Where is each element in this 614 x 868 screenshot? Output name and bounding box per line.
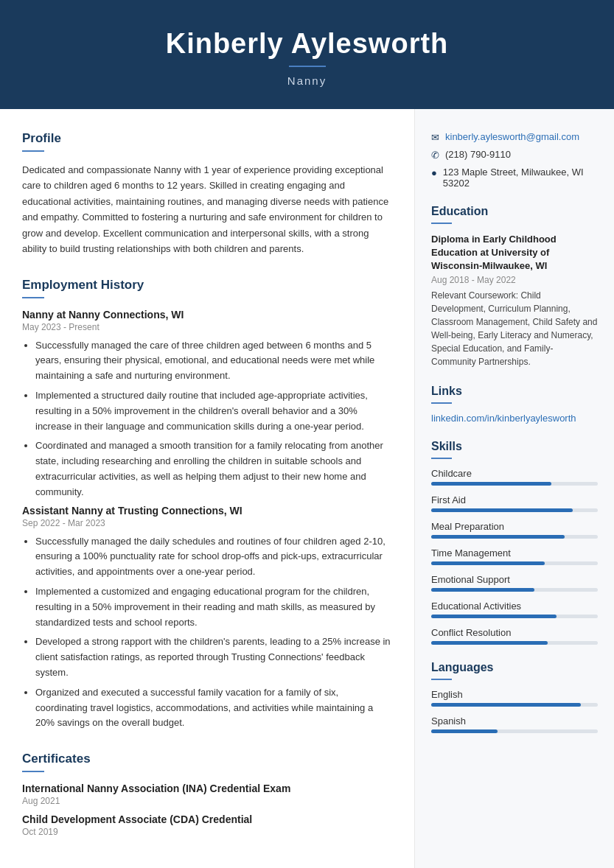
job-1-bullets: Successfully managed the care of three c… <box>22 338 392 500</box>
skill-item-1: First Aid <box>431 494 598 512</box>
job-2-bullets: Successfully managed the daily schedules… <box>22 534 392 732</box>
languages-list: English Spanish <box>431 689 598 733</box>
education-section-title: Education <box>431 205 598 218</box>
skill-bar-fill-6 <box>431 641 548 645</box>
lang-label-0: English <box>431 689 598 700</box>
contact-address-item: ● 123 Maple Street, Milwaukee, WI 53202 <box>431 167 598 189</box>
phone-icon: ✆ <box>431 150 439 161</box>
job-1-dates: May 2023 - Present <box>22 322 392 332</box>
location-icon: ● <box>431 167 437 178</box>
lang-bar-bg-1 <box>431 729 598 733</box>
lang-bar-fill-1 <box>431 729 498 733</box>
languages-section-title: Languages <box>431 661 598 674</box>
job-2-bullet-3: Developed a strong rapport with the chil… <box>35 634 392 680</box>
cert-2-title: Child Development Associate (CDA) Creden… <box>22 813 392 825</box>
links-section-title: Links <box>431 385 598 398</box>
links-section: Links linkedin.com/in/kinberlyaylesworth <box>431 385 598 424</box>
lang-bar-fill-0 <box>431 703 581 707</box>
skill-label-1: First Aid <box>431 494 598 505</box>
skill-item-0: Childcare <box>431 468 598 486</box>
email-icon: ✉ <box>431 132 439 143</box>
lang-bar-bg-0 <box>431 703 598 707</box>
cert-1: International Nanny Association (INA) Cr… <box>22 783 392 806</box>
profile-section: Profile Dedicated and compassionate Nann… <box>22 131 392 257</box>
skills-section: Skills Childcare First Aid Meal Preparat… <box>431 440 598 645</box>
skill-bar-fill-1 <box>431 508 573 512</box>
profile-text: Dedicated and compassionate Nanny with 1… <box>22 162 392 257</box>
job-1: Nanny at Nanny Connections, WI May 2023 … <box>22 309 392 500</box>
linkedin-link[interactable]: linkedin.com/in/kinberlyaylesworth <box>431 413 576 424</box>
left-column: Profile Dedicated and compassionate Nann… <box>0 109 415 868</box>
contact-phone-item: ✆ (218) 790-9110 <box>431 149 598 161</box>
job-2-bullet-2: Implemented a customized and engaging ed… <box>35 584 392 630</box>
job-2: Assistant Nanny at Trusting Connections,… <box>22 505 392 732</box>
skill-bar-bg-2 <box>431 535 598 539</box>
skills-section-title: Skills <box>431 440 598 453</box>
skills-divider <box>431 458 452 459</box>
job-1-bullet-3: Coordinated and managed a smooth transit… <box>35 438 392 500</box>
skill-label-4: Emotional Support <box>431 574 598 585</box>
skill-bar-bg-0 <box>431 482 598 486</box>
languages-divider <box>431 679 452 680</box>
employment-section: Employment History Nanny at Nanny Connec… <box>22 278 392 732</box>
edu-degree: Diploma in Early Childhood Education at … <box>431 233 598 273</box>
skill-bar-bg-3 <box>431 561 598 565</box>
skill-item-3: Time Management <box>431 547 598 565</box>
skill-bar-bg-6 <box>431 641 598 645</box>
employment-section-title: Employment History <box>22 278 392 293</box>
candidate-title: Nanny <box>15 74 599 87</box>
employment-divider <box>22 297 44 298</box>
skill-label-6: Conflict Resolution <box>431 627 598 638</box>
skill-bar-bg-1 <box>431 508 598 512</box>
edu-desc: Relevant Coursework: Child Development, … <box>431 289 598 368</box>
job-2-bullet-4: Organized and executed a successful fami… <box>35 685 392 731</box>
job-1-bullet-1: Successfully managed the care of three c… <box>35 338 392 384</box>
edu-dates: Aug 2018 - May 2022 <box>431 275 598 285</box>
job-1-title: Nanny at Nanny Connections, WI <box>22 309 392 321</box>
skill-bar-fill-4 <box>431 588 534 592</box>
right-column: ✉ kinberly.aylesworth@gmail.com ✆ (218) … <box>415 109 614 868</box>
header: Kinberly Aylesworth Nanny <box>0 0 614 109</box>
education-section: Education Diploma in Early Childhood Edu… <box>431 205 598 368</box>
skill-bar-bg-4 <box>431 588 598 592</box>
skills-list: Childcare First Aid Meal Preparation Tim… <box>431 468 598 645</box>
contact-phone: (218) 790-9110 <box>445 149 511 160</box>
contact-section: ✉ kinberly.aylesworth@gmail.com ✆ (218) … <box>431 131 598 189</box>
job-2-bullet-1: Successfully managed the daily schedules… <box>35 534 392 580</box>
lang-label-1: Spanish <box>431 715 598 727</box>
cert-1-date: Aug 2021 <box>22 796 392 806</box>
job-2-title: Assistant Nanny at Trusting Connections,… <box>22 505 392 517</box>
certificates-section-title: Certificates <box>22 752 392 766</box>
header-divider <box>289 66 326 67</box>
cert-2-date: Oct 2019 <box>22 827 392 837</box>
skill-label-5: Educational Activities <box>431 601 598 612</box>
contact-email-item: ✉ kinberly.aylesworth@gmail.com <box>431 131 598 143</box>
skill-bar-bg-5 <box>431 615 598 618</box>
skill-label-3: Time Management <box>431 547 598 559</box>
contact-address: 123 Maple Street, Milwaukee, WI 53202 <box>443 167 598 189</box>
cert-2: Child Development Associate (CDA) Creden… <box>22 813 392 837</box>
skill-label-0: Childcare <box>431 468 598 479</box>
job-1-bullet-2: Implemented a structured daily routine t… <box>35 388 392 434</box>
body: Profile Dedicated and compassionate Nann… <box>0 109 614 868</box>
resume: Kinberly Aylesworth Nanny Profile Dedica… <box>0 0 614 868</box>
lang-item-1: Spanish <box>431 715 598 733</box>
skill-item-5: Educational Activities <box>431 601 598 618</box>
languages-section: Languages English Spanish <box>431 661 598 733</box>
skill-bar-fill-0 <box>431 482 551 486</box>
candidate-name: Kinberly Aylesworth <box>15 28 599 60</box>
skill-label-2: Meal Preparation <box>431 521 598 532</box>
job-2-dates: Sep 2022 - Mar 2023 <box>22 518 392 528</box>
skill-item-4: Emotional Support <box>431 574 598 592</box>
lang-item-0: English <box>431 689 598 707</box>
links-divider <box>431 402 452 404</box>
skill-item-2: Meal Preparation <box>431 521 598 539</box>
cert-1-title: International Nanny Association (INA) Cr… <box>22 783 392 794</box>
skill-item-6: Conflict Resolution <box>431 627 598 645</box>
education-divider <box>431 223 452 224</box>
profile-divider <box>22 150 44 152</box>
skill-bar-fill-3 <box>431 561 545 565</box>
contact-email-link[interactable]: kinberly.aylesworth@gmail.com <box>445 131 579 142</box>
certificates-section: Certificates International Nanny Associa… <box>22 752 392 837</box>
skill-bar-fill-5 <box>431 615 557 618</box>
